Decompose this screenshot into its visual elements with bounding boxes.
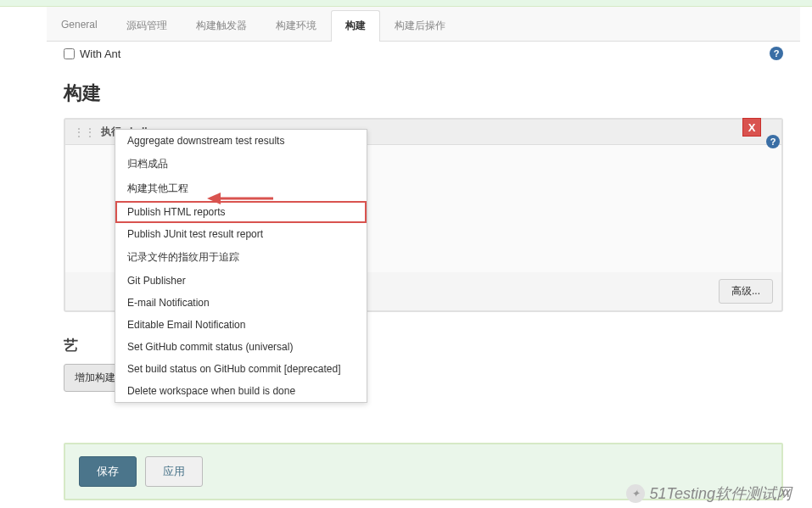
dropdown-item-publish-html[interactable]: Publish HTML reports xyxy=(115,201,367,223)
top-green-bar xyxy=(0,0,812,7)
drag-handle-icon[interactable]: ⋮⋮ xyxy=(74,126,96,138)
dropdown-item[interactable]: 记录文件的指纹用于追踪 xyxy=(115,245,367,270)
dropdown-item[interactable]: Editable Email Notification xyxy=(115,314,367,336)
watermark: ✦ 51Testing软件测试网 xyxy=(626,483,792,504)
with-ant-row: With Ant ? xyxy=(64,42,783,65)
save-button[interactable]: 保存 xyxy=(79,456,137,487)
build-section-title: 构建 xyxy=(64,81,783,106)
with-ant-label: With Ant xyxy=(80,47,120,60)
config-tabs: General 源码管理 构建触发器 构建环境 构建 构建后操作 xyxy=(47,7,800,42)
tab-general[interactable]: General xyxy=(47,10,112,41)
post-build-dropdown: Aggregate downstream test results 归档成品 构… xyxy=(115,129,367,403)
dropdown-item[interactable]: Delete workspace when build is done xyxy=(115,380,367,402)
dropdown-item[interactable]: Set GitHub commit status (universal) xyxy=(115,336,367,358)
dropdown-item[interactable]: E-mail Notification xyxy=(115,292,367,314)
wechat-icon: ✦ xyxy=(626,484,645,503)
delete-step-button[interactable]: X xyxy=(742,118,761,137)
dropdown-item[interactable]: Aggregate downstream test results xyxy=(115,130,367,152)
help-icon[interactable]: ? xyxy=(770,47,783,60)
watermark-text: 51Testing软件测试网 xyxy=(650,483,792,504)
tab-build-env[interactable]: 构建环境 xyxy=(261,10,331,41)
help-icon[interactable]: ? xyxy=(766,135,780,148)
advanced-button[interactable]: 高级... xyxy=(719,279,773,304)
tab-post-build[interactable]: 构建后操作 xyxy=(380,10,460,41)
dropdown-item[interactable]: 构建其他工程 xyxy=(115,176,367,201)
tab-source-code[interactable]: 源码管理 xyxy=(112,10,182,41)
dropdown-item[interactable]: Git Publisher xyxy=(115,270,367,292)
dropdown-item[interactable]: Publish JUnit test result report xyxy=(115,223,367,245)
dropdown-item[interactable]: Set build status on GitHub commit [depre… xyxy=(115,358,367,380)
tab-build-triggers[interactable]: 构建触发器 xyxy=(182,10,261,41)
with-ant-checkbox[interactable] xyxy=(64,48,75,59)
apply-button[interactable]: 应用 xyxy=(145,456,203,487)
tab-build[interactable]: 构建 xyxy=(331,10,380,42)
dropdown-item[interactable]: 归档成品 xyxy=(115,152,367,176)
